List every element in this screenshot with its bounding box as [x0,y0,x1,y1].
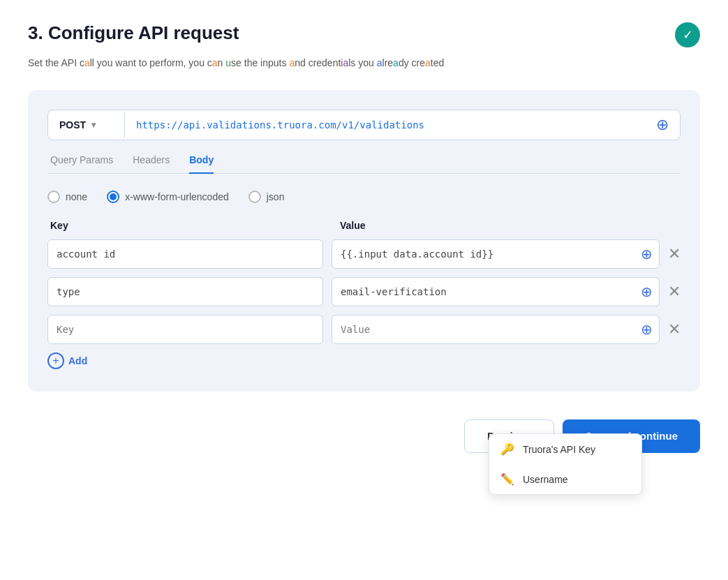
value-add-icon-3[interactable]: ⊕ [641,322,653,336]
url-input-wrap: https://api.validations.truora.com/v1/va… [125,110,680,140]
tab-body[interactable]: Body [189,154,214,174]
key-icon: 🔑 [500,443,514,456]
url-row: POST ▾ https://api.validations.truora.co… [47,110,681,140]
value-input-3[interactable] [332,315,660,344]
key-input-2[interactable] [47,277,323,306]
key-input-1[interactable] [47,239,323,269]
url-display[interactable]: https://api.validations.truora.com/v1/va… [136,119,656,131]
delete-row-3[interactable]: ✕ [668,322,681,337]
radio-none[interactable]: none [47,191,87,203]
value-wrap-1: ⊕ [332,239,660,269]
kv-row-1: ⊕ ✕ [47,239,681,269]
value-add-icon-1[interactable]: ⊕ [641,247,653,261]
add-label: Add [68,355,87,366]
add-circle-icon: + [47,352,64,369]
credentials-dropdown: 🔑 Truora's API Key ✏️ Username [489,433,642,495]
value-add-icon-2[interactable]: ⊕ [641,285,653,299]
pencil-icon: ✏️ [500,473,514,486]
key-input-3[interactable] [47,315,323,344]
completion-check-icon: ✓ [675,22,700,47]
page-title: 3. Configure API request [28,22,239,44]
value-wrap-3: ⊕ [332,315,660,344]
method-label: POST [59,119,86,131]
key-column-header: Key [50,220,326,231]
radio-urlencoded-circle [107,191,119,203]
radio-none-label: none [66,191,87,202]
kv-row-3: ⊕ ✕ [47,315,681,344]
kv-header: Key Value [47,220,681,231]
chevron-down-icon: ▾ [91,120,96,130]
kv-row-2: ⊕ ✕ [47,277,681,306]
method-select[interactable]: POST ▾ [48,112,125,137]
dropdown-item-username[interactable]: ✏️ Username [489,464,641,494]
url-add-icon[interactable]: ⊕ [656,117,669,133]
radio-json[interactable]: json [248,191,285,203]
value-wrap-2: ⊕ [332,277,660,306]
page-subtitle: Set the API call you want to perform, yo… [28,56,700,70]
radio-json-circle [248,191,261,203]
radio-urlencoded[interactable]: x-www-form-urlencoded [107,191,229,203]
tabs-row: Query Params Headers Body [47,154,681,174]
value-input-2[interactable] [332,277,660,306]
value-column-header: Value [340,220,681,231]
radio-urlencoded-label: x-www-form-urlencoded [125,191,229,202]
radio-none-circle [47,191,60,203]
delete-row-2[interactable]: ✕ [668,284,681,299]
add-row-button[interactable]: + Add [47,352,681,369]
delete-row-1[interactable]: ✕ [668,246,681,262]
value-input-1[interactable] [332,239,660,269]
radio-json-label: json [267,191,285,202]
dropdown-item-api-key-label: Truora's API Key [523,444,595,455]
tab-query-params[interactable]: Query Params [50,154,113,174]
body-options: none x-www-form-urlencoded json [47,191,681,203]
dropdown-item-username-label: Username [523,474,568,485]
api-panel: POST ▾ https://api.validations.truora.co… [28,90,700,392]
dropdown-item-api-key[interactable]: 🔑 Truora's API Key [489,434,641,464]
tab-headers[interactable]: Headers [133,154,170,174]
